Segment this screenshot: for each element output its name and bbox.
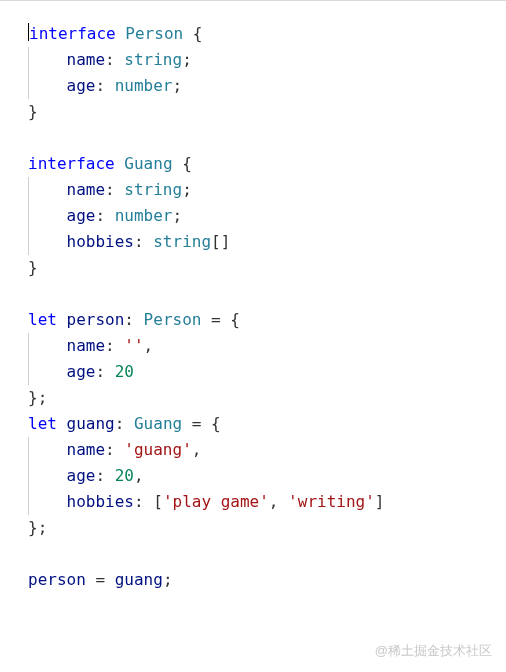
code-token: Person [125,24,183,43]
code-token: age [67,362,96,381]
code-token: interface [28,154,115,173]
code-token: hobbies [67,232,134,251]
code-token: name [67,336,106,355]
code-token [115,154,125,173]
indent-guide [28,203,29,229]
code-token: 'guang' [124,440,191,459]
code-line: }; [28,385,506,411]
code-token: , [192,440,202,459]
code-token: string [124,180,182,199]
text-cursor [28,23,29,41]
code-token: name [67,440,106,459]
code-token: : [95,362,114,381]
code-token: Person [144,310,202,329]
indent-guide [28,437,29,463]
code-token: person [67,310,125,329]
code-token: string [153,232,211,251]
code-token: = { [201,310,240,329]
indent-guide [28,73,29,99]
code-token: name [67,50,106,69]
code-token [57,310,67,329]
code-token: ; [163,570,173,589]
code-token: let [28,414,57,433]
code-token: number [115,206,173,225]
code-token: [] [211,232,230,251]
code-token: Guang [134,414,182,433]
code-editor: interface Person { name: string; age: nu… [0,1,506,593]
code-token: ] [375,492,385,511]
code-token: 20 [115,466,134,485]
code-token: string [124,50,182,69]
code-token: { [183,24,202,43]
indent-guide [28,463,29,489]
code-token [57,414,67,433]
code-token: age [67,466,96,485]
code-token: name [67,180,106,199]
code-line: let person: Person = { [28,307,506,333]
code-token: ; [182,50,192,69]
code-line: let guang: Guang = { [28,411,506,437]
code-token: interface [29,24,116,43]
code-token: hobbies [67,492,134,511]
code-token: = [86,570,115,589]
code-token: : [105,440,124,459]
code-token: number [115,76,173,95]
code-line: person = guang; [28,567,506,593]
code-token: guang [67,414,115,433]
indent-guide [28,177,29,203]
code-line: hobbies: ['play game', 'writing'] [28,489,506,515]
code-line: name: 'guang', [28,437,506,463]
code-token: : [95,466,114,485]
code-line: } [28,99,506,125]
code-token: let [28,310,57,329]
code-token: : [105,180,124,199]
code-token: = { [182,414,221,433]
code-token: }; [28,518,47,537]
code-token: : [105,336,124,355]
code-line: hobbies: string[] [28,229,506,255]
code-line: }; [28,515,506,541]
indent-guide [28,229,29,255]
code-token: person [28,570,86,589]
code-line: age: 20 [28,359,506,385]
indent-guide [28,333,29,359]
code-token: Guang [124,154,172,173]
code-token: 'writing' [288,492,375,511]
code-token: ; [182,180,192,199]
code-token: { [173,154,192,173]
code-token: : [105,50,124,69]
code-line: interface Person { [28,21,506,47]
code-token: , [269,492,288,511]
code-line: } [28,255,506,281]
code-line: age: number; [28,203,506,229]
watermark-text: @稀土掘金技术社区 [375,642,492,660]
code-line: age: 20, [28,463,506,489]
code-token: : [95,76,114,95]
code-token: ; [173,206,183,225]
code-token: : [95,206,114,225]
code-token: 20 [115,362,134,381]
code-token: age [67,76,96,95]
indent-guide [28,47,29,73]
code-token: : [134,232,153,251]
code-line: name: '', [28,333,506,359]
code-token: } [28,102,38,121]
code-line: interface Guang { [28,151,506,177]
code-line [28,125,506,151]
code-line [28,541,506,567]
indent-guide [28,359,29,385]
code-token: 'play game' [163,492,269,511]
code-token: '' [124,336,143,355]
code-line: name: string; [28,47,506,73]
code-token: guang [115,570,163,589]
indent-guide [28,489,29,515]
code-line [28,281,506,307]
code-token: } [28,258,38,277]
code-token: : [124,310,143,329]
code-token [116,24,126,43]
code-token: , [144,336,154,355]
code-token: age [67,206,96,225]
code-token: : [ [134,492,163,511]
code-token: : [115,414,134,433]
code-line: name: string; [28,177,506,203]
